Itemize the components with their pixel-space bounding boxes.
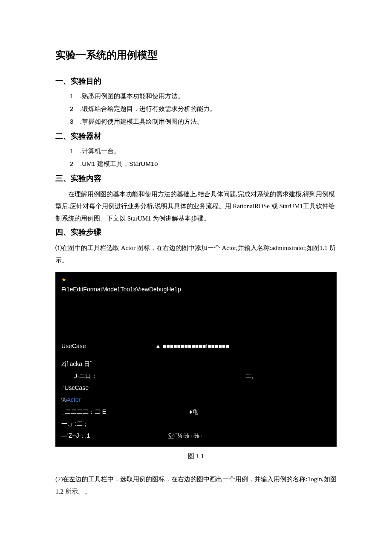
row-text: 一.」:二； xyxy=(61,419,89,428)
section-2-heading: 二、实验器材 xyxy=(55,130,337,142)
section-2-list: 1 .计算机一台。 2 .UM1 建模工具，StarUM1o xyxy=(70,146,337,169)
row-right: 堂·ˆ⅛·⅛···⅛·· xyxy=(155,431,331,440)
item-text: .计算机一台。 xyxy=(80,146,337,156)
section-3-heading: 三、实验内容 xyxy=(55,172,337,185)
section-1-heading: 一、实验目的 xyxy=(55,75,337,87)
toolbox-row: —'Z--J：,1 堂·ˆ⅛·⅛···⅛·· xyxy=(61,430,331,441)
item-number: 2 xyxy=(70,159,80,169)
row-right: 二, xyxy=(168,371,331,381)
row-right: ♦龟 xyxy=(189,407,198,416)
item-number: 1 xyxy=(70,91,80,101)
section-4-heading: 四、实验步骤 xyxy=(55,226,337,238)
item-text: .锻炼结合给定题目，进行有效需求分析的能力。 xyxy=(80,104,337,114)
item-text: .掌握如何使用建模工具绘制用例图的方法。 xyxy=(80,116,337,127)
step-2-text: (2)在左边的工具栏中，选取用例的图标，在右边的图中画出一个用例，并输入用例的名… xyxy=(55,473,337,497)
item-number: 1 xyxy=(70,146,80,156)
list-item: 2 .UM1 建模工具，StarUM1o xyxy=(70,159,337,169)
list-item: 1 .熟悉用例图的基本功能和使用方法。 xyxy=(70,91,337,101)
toolbox-row-actor: %Actor xyxy=(61,395,331,405)
row-left: —'Z--J：,1 xyxy=(61,431,155,440)
section-3-paragraph: 在理解用例图的基本功能和使用方法的基础上,结合具体问题,完成对系统的需求建模,得… xyxy=(55,188,337,225)
toolbox-row: Zjf acka 日ˆ xyxy=(61,359,331,369)
actor-link: Actor xyxy=(66,396,81,403)
page-title: 实验一系统的用例模型 xyxy=(55,47,337,63)
item-text: .UM1 建模工具，StarUM1o xyxy=(80,159,337,169)
row-left: UseCase xyxy=(61,341,155,351)
step-1-text: ⑴在图中的工具栏选取 Actor 图标，在右边的图中添加一个 Actor,并输入… xyxy=(55,242,337,266)
list-item: 3 .掌握如何使用建模工具绘制用例图的方法。 xyxy=(70,116,337,127)
row-right: ▲ ■■■■■■■■■■■■!■■■■■■ xyxy=(155,341,331,351)
toolbox-row-usecase: UseCase ▲ ■■■■■■■■■■■■!■■■■■■ xyxy=(61,341,331,351)
list-item: 2 .锻炼结合给定题目，进行有效需求分析的能力。 xyxy=(70,104,337,114)
toolbox-row: J-二口： 二, xyxy=(61,371,331,381)
toolbox-row: 一.」:二； xyxy=(61,418,331,429)
row-text: Zjf acka 日ˆ xyxy=(61,359,92,369)
row-left: J-二口： xyxy=(74,371,168,381)
list-item: 1 .计算机一台。 xyxy=(70,146,337,156)
section-1-list: 1 .熟悉用例图的基本功能和使用方法。 2 .锻炼结合给定题目，进行有效需求分析… xyxy=(70,91,337,127)
row-text: -'UscCase xyxy=(61,383,89,392)
menubar-text: Fi1eEditFormatMode1Too1sViewDebugHe1p xyxy=(61,285,331,294)
star-icon: ★ xyxy=(61,276,331,285)
item-number: 3 xyxy=(70,116,80,127)
item-text: .熟悉用例图的基本功能和使用方法。 xyxy=(80,91,337,101)
figure-1-1-caption: 图 1.1 xyxy=(55,451,337,461)
item-number: 2 xyxy=(70,104,80,114)
row-left: _二二二二：二 E xyxy=(61,407,189,416)
screenshot-figure-1-1: ★ Fi1eEditFormatMode1Too1sViewDebugHe1p … xyxy=(55,272,337,447)
toolbox-row: _二二二二：二 E ♦龟 xyxy=(61,407,331,417)
toolbox-row-usccase: -'UscCase xyxy=(61,383,331,393)
